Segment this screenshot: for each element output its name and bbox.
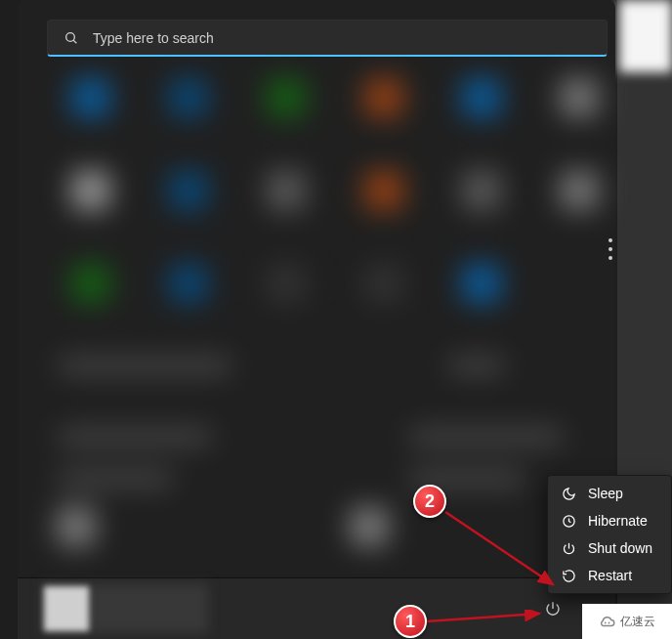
search-icon — [63, 30, 79, 46]
pinned-apps-blurred — [47, 78, 623, 547]
user-avatar-blurred[interactable] — [44, 586, 89, 631]
svg-line-1 — [73, 40, 76, 43]
power-menu-item-label: Hibernate — [588, 513, 648, 529]
power-menu-item-label: Restart — [588, 568, 632, 583]
power-menu: Sleep Hibernate Shut down Restart — [547, 475, 672, 594]
watermark-cloud-icon — [599, 613, 616, 630]
watermark-text: 亿速云 — [620, 614, 655, 630]
search-placeholder: Type here to search — [93, 30, 214, 46]
start-menu: Type here to search — [18, 0, 615, 576]
svg-point-5 — [605, 622, 607, 624]
annotation-badge-1: 1 — [394, 605, 427, 638]
power-menu-sleep[interactable]: Sleep — [548, 480, 671, 507]
power-menu-restart[interactable]: Restart — [548, 562, 671, 589]
annotation-badge-2: 2 — [413, 485, 446, 518]
search-input[interactable]: Type here to search — [47, 20, 608, 57]
hibernate-icon — [562, 514, 576, 529]
svg-point-0 — [66, 32, 75, 41]
svg-point-6 — [609, 622, 610, 624]
sleep-icon — [562, 487, 576, 501]
power-button[interactable] — [544, 600, 562, 618]
power-menu-hibernate[interactable]: Hibernate — [548, 507, 671, 534]
watermark: 亿速云 — [582, 604, 672, 639]
restart-icon — [562, 569, 576, 583]
more-dots-icon[interactable] — [602, 238, 619, 260]
annotation-badge-1-number: 1 — [405, 612, 415, 632]
annotation-badge-2-number: 2 — [425, 491, 435, 512]
power-menu-shutdown[interactable]: Shut down — [548, 534, 671, 562]
power-icon — [544, 600, 562, 618]
shutdown-icon — [562, 541, 576, 556]
power-menu-item-label: Sleep — [588, 486, 623, 501]
right-side-panel-top — [619, 0, 672, 72]
power-menu-item-label: Shut down — [588, 540, 652, 556]
